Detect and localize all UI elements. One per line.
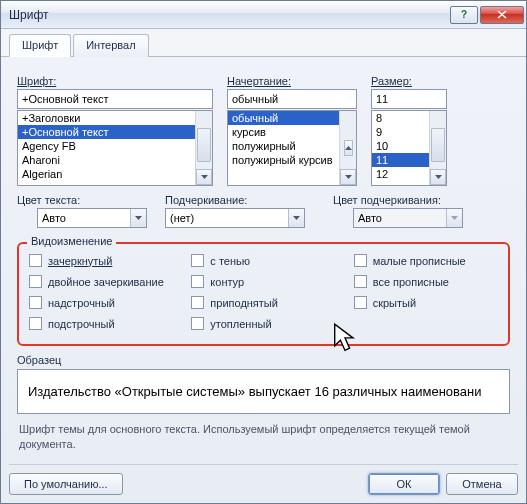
underline-select[interactable]: (нет) [165,208,305,228]
checkbox-subscript[interactable]: подстрочный [29,317,173,330]
list-item[interactable]: полужирный курсив [228,153,339,167]
scroll-down-icon[interactable] [340,169,356,185]
style-listbox[interactable]: обычный курсив полужирный полужирный кур… [227,110,357,186]
cancel-button[interactable]: Отмена [446,473,518,495]
checkbox-superscript[interactable]: надстрочный [29,296,173,309]
color-select[interactable]: Авто [37,208,147,228]
checkbox-hidden[interactable]: скрытый [354,296,498,309]
titlebar: Шрифт ? [1,1,526,29]
tab-spacing[interactable]: Интервал [73,34,148,57]
window-title: Шрифт [9,8,48,22]
scroll-up-icon[interactable] [344,140,353,156]
scroll-thumb[interactable] [431,128,445,162]
list-item[interactable]: курсив [228,125,339,139]
tabstrip: Шрифт Интервал [1,29,526,57]
underline-color-label: Цвет подчеркивания: [333,194,483,206]
font-label: Шрифт: [17,75,213,87]
underline-label: Подчеркивание: [165,194,315,206]
effects-group: Видоизменение зачеркнутый двойное зачерк… [17,242,510,346]
help-icon: ? [461,9,467,20]
chevron-down-icon [446,209,462,227]
size-input[interactable]: 11 [371,89,447,109]
scrollbar[interactable] [195,111,212,185]
list-item[interactable]: +Основной текст [18,125,195,139]
list-item[interactable]: Algerian [18,167,195,181]
dialog-footer: По умолчанию... ОК Отмена [9,464,518,495]
scrollbar[interactable] [339,111,356,185]
help-button[interactable]: ? [450,6,478,24]
font-input[interactable]: +Основной текст [17,89,213,109]
scroll-down-icon[interactable] [430,169,446,185]
font-dialog: Шрифт ? Шрифт Интервал Шрифт: +Основной … [0,0,527,504]
list-item[interactable]: 8 [372,111,429,125]
close-button[interactable] [480,6,524,24]
color-label: Цвет текста: [17,194,147,206]
style-label: Начертание: [227,75,357,87]
size-listbox[interactable]: 8 9 10 11 12 [371,110,447,186]
checkbox-all-caps[interactable]: все прописные [354,275,498,288]
close-icon [497,10,507,19]
list-item[interactable]: 11 [372,153,429,167]
list-item[interactable]: полужирный [228,139,339,153]
checkbox-small-caps[interactable]: малые прописные [354,254,498,267]
underline-color-select: Авто [353,208,463,228]
scrollbar[interactable] [429,111,446,185]
list-item[interactable]: обычный [228,111,339,125]
list-item[interactable]: 12 [372,167,429,181]
list-item[interactable]: 10 [372,139,429,153]
tab-font[interactable]: Шрифт [9,34,71,57]
scroll-down-icon[interactable] [196,169,212,185]
checkbox-outline[interactable]: контур [191,275,335,288]
checkbox-strikethrough[interactable]: зачеркнутый [29,254,173,267]
sample-preview: Издательство «Открытые системы» выпускае… [17,369,510,414]
hint-text: Шрифт темы для основного текста. Использ… [17,422,510,452]
ok-button[interactable]: ОК [368,473,440,495]
scroll-thumb[interactable] [197,128,211,162]
checkbox-shadow[interactable]: с тенью [191,254,335,267]
chevron-down-icon [288,209,304,227]
checkbox-engrave[interactable]: утопленный [191,317,335,330]
list-item[interactable]: Aharoni [18,153,195,167]
defaults-button[interactable]: По умолчанию... [9,473,123,495]
sample-label: Образец [17,354,510,366]
effects-title: Видоизменение [27,235,116,247]
size-label: Размер: [371,75,447,87]
font-listbox[interactable]: +Заголовки +Основной текст Agency FB Aha… [17,110,213,186]
list-item[interactable]: 9 [372,125,429,139]
chevron-down-icon [130,209,146,227]
list-item[interactable]: Agency FB [18,139,195,153]
list-item[interactable]: +Заголовки [18,111,195,125]
checkbox-emboss[interactable]: приподнятый [191,296,335,309]
style-input[interactable]: обычный [227,89,357,109]
checkbox-double-strikethrough[interactable]: двойное зачеркивание [29,275,173,288]
